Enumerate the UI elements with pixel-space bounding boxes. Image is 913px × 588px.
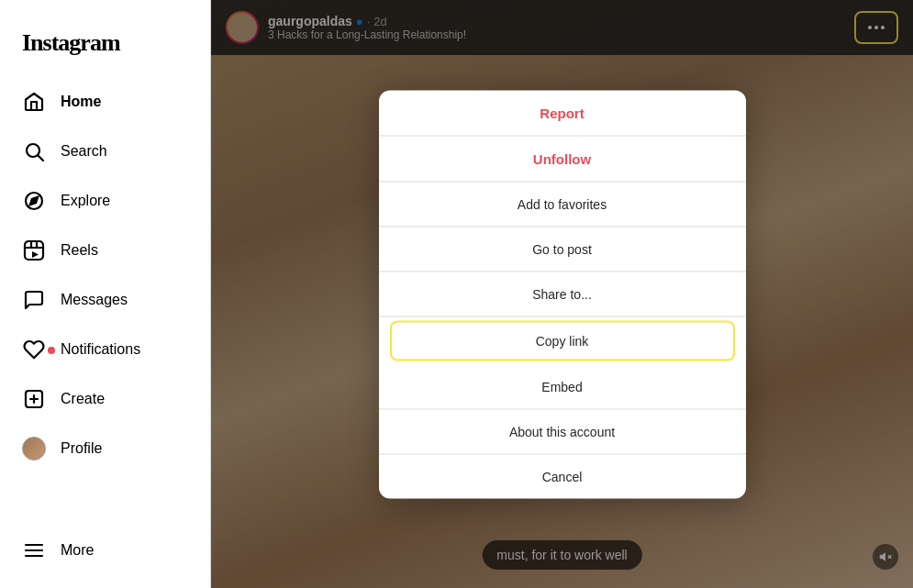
sidebar-item-more[interactable]: More	[11, 527, 199, 573]
sidebar-item-search[interactable]: Search	[11, 128, 199, 174]
sidebar-item-home[interactable]: Home	[11, 79, 199, 125]
sidebar: Instagram Home Search	[0, 0, 211, 588]
sidebar-item-notifications[interactable]: Notifications	[11, 327, 199, 372]
sidebar-item-label: Home	[61, 94, 101, 110]
svg-line-1	[39, 156, 44, 161]
sidebar-item-label: Explore	[61, 193, 110, 209]
sidebar-item-messages[interactable]: Messages	[11, 277, 199, 323]
sidebar-item-label: Notifications	[61, 341, 140, 358]
messages-icon	[22, 288, 46, 312]
svg-marker-3	[30, 197, 38, 205]
modal-item-embed[interactable]: Embed	[379, 364, 746, 409]
notification-badge	[48, 347, 55, 354]
more-icon	[22, 538, 46, 562]
modal-item-go-to-post[interactable]: Go to post	[379, 227, 746, 272]
sidebar-item-label: Messages	[61, 292, 128, 308]
explore-icon	[22, 189, 46, 213]
sidebar-item-label: Create	[61, 391, 105, 407]
sidebar-item-reels[interactable]: Reels	[11, 227, 199, 273]
sidebar-item-explore[interactable]: Explore	[11, 178, 199, 224]
notifications-icon	[22, 338, 46, 361]
profile-avatar	[22, 437, 46, 460]
modal-item-copy-link[interactable]: Copy link	[390, 320, 735, 361]
reels-icon	[22, 239, 46, 262]
search-icon	[22, 139, 46, 163]
sidebar-nav: Home Search Explore	[11, 79, 199, 527]
instagram-logo: Instagram	[11, 15, 199, 79]
modal-item-about-this-account[interactable]: About this account	[379, 409, 746, 454]
sidebar-item-profile[interactable]: Profile	[11, 426, 199, 472]
modal-item-cancel[interactable]: Cancel	[379, 454, 746, 498]
svg-marker-8	[32, 251, 39, 258]
home-icon	[22, 90, 46, 114]
create-icon	[22, 387, 46, 411]
options-modal: Report Unfollow Add to favorites Go to p…	[379, 90, 746, 498]
sidebar-item-label: Profile	[61, 440, 102, 457]
modal-item-share-to[interactable]: Share to...	[379, 272, 746, 316]
modal-item-report[interactable]: Report	[379, 90, 746, 136]
main-content: gaurgopaldas ● · 2d 3 Hacks for a Long-L…	[211, 0, 913, 588]
sidebar-item-label: Reels	[61, 242, 98, 259]
sidebar-item-label: More	[61, 542, 94, 559]
sidebar-item-create[interactable]: Create	[11, 376, 199, 422]
sidebar-item-label: Search	[61, 143, 107, 160]
modal-item-add-to-favorites[interactable]: Add to favorites	[379, 182, 746, 227]
modal-item-unfollow[interactable]: Unfollow	[379, 136, 746, 182]
